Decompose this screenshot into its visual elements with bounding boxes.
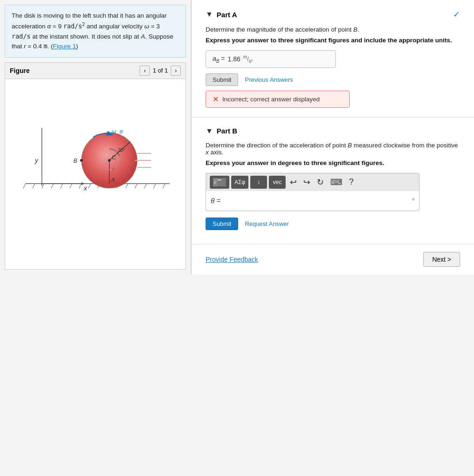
left-panel: The disk is moving to the left such that… [0, 0, 191, 274]
math-undo-button[interactable]: ↩ [287, 176, 299, 188]
problem-description: The disk is moving to the left such that… [5, 5, 186, 58]
figure-next-button[interactable]: › [171, 66, 181, 76]
svg-line-13 [135, 184, 137, 188]
figure-nav: ‹ 1 of 1 › [140, 66, 181, 76]
figure-page: 1 of 1 [153, 67, 168, 74]
theta-label: θ = [211, 197, 220, 205]
svg-line-12 [126, 184, 128, 188]
math-input-row: θ = ° [206, 191, 420, 211]
svg-text:B: B [73, 158, 77, 164]
part-b-section: ▼ Part B Determine the direction of the … [192, 118, 474, 245]
figure-prev-button[interactable]: ‹ [140, 66, 150, 76]
footer-row: Provide Feedback Next > [192, 245, 474, 274]
next-button[interactable]: Next > [423, 252, 460, 267]
svg-line-2 [33, 184, 35, 188]
svg-line-15 [154, 184, 156, 188]
symbol-icon: ΑΣφ [234, 179, 245, 185]
svg-text:ω: ω [112, 128, 116, 135]
math-keyboard-button[interactable]: ⌨ [328, 176, 345, 188]
math-sqrt-button[interactable]: √ [210, 176, 229, 189]
math-input-field[interactable] [223, 195, 409, 207]
math-redo-button[interactable]: ↪ [301, 176, 313, 188]
svg-text:α: α [120, 128, 123, 135]
part-a-label: Part A [217, 11, 237, 19]
figure-title: Figure [10, 67, 30, 74]
svg-rect-39 [218, 178, 226, 186]
figure-svg: y x C [5, 79, 186, 209]
svg-text:√: √ [214, 180, 216, 185]
disk-figure: y x C [12, 81, 179, 207]
svg-line-14 [144, 184, 147, 188]
svg-text:A: A [111, 177, 115, 183]
svg-line-1 [23, 184, 26, 188]
description-text: The disk is moving to the left such that… [12, 12, 174, 50]
svg-text:y: y [34, 157, 39, 164]
math-input-wrapper: √ ΑΣφ ↕ vec ↩ ↪ ↻ ⌨ ? [206, 173, 420, 211]
figure-link[interactable]: Figure 1 [53, 43, 76, 50]
svg-line-16 [163, 184, 165, 188]
part-b-note: Express your answer in degrees to three … [206, 159, 460, 166]
part-a-answer-value: 1.86 [228, 55, 240, 63]
part-a-incorrect-box: ✕ Incorrect; correct answer displayed [206, 91, 350, 108]
svg-line-5 [60, 184, 63, 188]
incorrect-icon: ✕ [213, 95, 219, 104]
svg-text:30°: 30° [118, 147, 126, 153]
figure-header: Figure ‹ 1 of 1 › [5, 63, 186, 79]
degree-symbol: ° [412, 197, 414, 205]
part-a-toggle[interactable]: ▼ [206, 10, 213, 19]
math-symbol-button[interactable]: ΑΣφ [231, 176, 248, 189]
math-help-button[interactable]: ? [347, 176, 356, 188]
svg-line-7 [79, 184, 81, 188]
part-b-submit-button[interactable]: Submit [206, 218, 238, 230]
part-a-submit-row: Submit Previous Answers [206, 73, 460, 86]
part-b-request-answer-link[interactable]: Request Answer [245, 220, 289, 227]
part-a-section: ▼ Part A ✓ Determine the magnitude of th… [192, 0, 474, 118]
right-panel: ▼ Part A ✓ Determine the magnitude of th… [191, 0, 474, 274]
part-a-instruction: Determine the magnitude of the accelerat… [206, 26, 460, 33]
part-b-toggle[interactable]: ▼ [206, 127, 213, 135]
figure-section: Figure ‹ 1 of 1 › [5, 62, 186, 270]
svg-point-29 [80, 159, 83, 162]
math-refresh-button[interactable]: ↻ [314, 176, 326, 188]
svg-line-6 [70, 184, 72, 188]
part-a-answer-box: aB = 1.86 m/s² [206, 50, 336, 68]
vector-icon: vec [273, 179, 282, 185]
part-a-answer-unit: m/s² [243, 54, 253, 64]
format-icon: ↕ [257, 179, 260, 185]
svg-line-8 [88, 184, 91, 188]
part-a-header: ▼ Part A ✓ [206, 9, 460, 20]
sqrt-icon: √ [213, 178, 226, 186]
part-b-header: ▼ Part B [206, 127, 460, 135]
figure-canvas: y x C [5, 79, 186, 209]
part-a-prev-answers-link[interactable]: Previous Answers [245, 76, 293, 83]
part-a-submit-button[interactable]: Submit [206, 73, 238, 86]
part-b-submit-row: Submit Request Answer [206, 218, 460, 230]
math-vector-button[interactable]: vec [269, 176, 286, 189]
svg-line-4 [51, 184, 53, 188]
part-a-answer-label: aB = [213, 55, 225, 64]
provide-feedback-link[interactable]: Provide Feedback [206, 256, 258, 263]
part-b-instruction: Determine the direction of the accelerat… [206, 142, 460, 156]
incorrect-text: Incorrect; correct answer displayed [222, 96, 320, 103]
svg-text:x: x [83, 185, 87, 192]
part-b-label: Part B [217, 127, 237, 135]
math-toolbar: √ ΑΣφ ↕ vec ↩ ↪ ↻ ⌨ ? [206, 173, 420, 191]
math-format-button[interactable]: ↕ [250, 176, 267, 189]
part-a-check: ✓ [453, 9, 460, 20]
part-a-note: Express your answer to three significant… [206, 37, 460, 44]
